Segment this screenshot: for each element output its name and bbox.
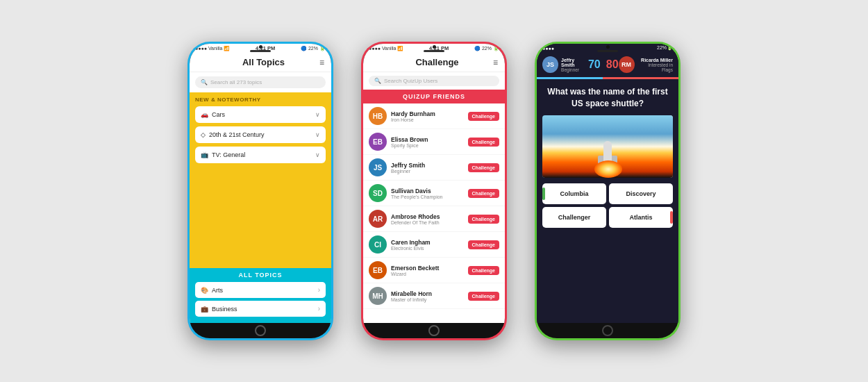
status-bar-3: ●●●● 22%🔋 <box>537 44 678 52</box>
century-icon: ◇ <box>201 131 206 138</box>
topic-row-cars[interactable]: 🚗 Cars ∨ <box>195 106 326 123</box>
home-button-1[interactable] <box>190 323 331 338</box>
answer-challenger[interactable]: Challenger <box>542 207 606 228</box>
friend-row[interactable]: EB Emerson Beckett Wizard Challenge <box>363 258 505 283</box>
answer-atlantis[interactable]: Atlantis <box>609 207 673 228</box>
search-bar-2[interactable]: 🔍 Search QuizUp Users <box>369 76 499 86</box>
topic-name-tv: TV: General <box>212 151 245 158</box>
menu-icon-1[interactable]: ≡ <box>319 58 324 67</box>
avatar: JS <box>369 158 387 176</box>
score-right: 80 <box>606 58 619 71</box>
answer-columbia[interactable]: Columbia <box>542 183 606 204</box>
challenge-button[interactable]: Challenge <box>468 112 499 121</box>
player-avatar-right: RM <box>619 56 635 73</box>
status-bar-1: ●●●● Vanilla 📶 4:21 PM 🔵 22% 🔋 <box>190 44 331 53</box>
friend-row[interactable]: JS Jeffry Smith Beginner Challenge <box>363 155 505 181</box>
tv-icon: 📺 <box>201 151 208 158</box>
phone1-header: All Topics ≡ <box>190 53 331 72</box>
avatar: SD <box>369 184 387 202</box>
chevron-down-icon-2: ∨ <box>315 131 320 138</box>
avatar: EB <box>369 261 387 279</box>
quiz-answers: Columbia Discovery Challenger Atlantis <box>537 183 678 233</box>
phone2-header: Challenge ≡ <box>363 53 505 72</box>
avatar: EB <box>369 133 387 151</box>
friend-row[interactable]: HB Hardy Burnham Iron Horse Challenge <box>363 103 505 129</box>
challenge-button[interactable]: Challenge <box>468 189 499 198</box>
topic-row-business[interactable]: 💼 Business › <box>195 301 326 317</box>
quizup-friends-label: QUIZUP FRIENDS <box>363 90 505 103</box>
topic-name-century: 20th & 21st Century <box>209 131 265 138</box>
friend-row[interactable]: CI Caren Ingham Electronic Elvis Challen… <box>363 232 505 258</box>
challenge-button[interactable]: Challenge <box>468 215 499 224</box>
new-noteworthy-label: NEW & NOTEWORTHY <box>195 97 326 103</box>
friend-row[interactable]: SD Sullivan Davis The People's Champion … <box>363 181 505 206</box>
phone-all-topics: ●●●● Vanilla 📶 4:21 PM 🔵 22% 🔋 All Topic… <box>187 42 333 340</box>
answer-discovery[interactable]: Discovery <box>609 183 673 204</box>
search-icon-2: 🔍 <box>374 78 381 84</box>
search-bar-1[interactable]: 🔍 Search all 273 topics <box>195 76 326 88</box>
challenge-button[interactable]: Challenge <box>468 292 499 301</box>
friends-list: HB Hardy Burnham Iron Horse Challenge EB… <box>363 103 505 323</box>
score-left: 70 <box>588 58 601 71</box>
phone-quiz: ●●●● 22%🔋 JS Jeffry Smith Beginner <box>535 42 681 340</box>
chevron-right-icon: › <box>318 286 320 294</box>
chevron-down-icon-3: ∨ <box>315 151 320 158</box>
arts-icon: 🎨 <box>201 287 208 294</box>
chevron-down-icon: ∨ <box>315 111 320 118</box>
chevron-right-icon-2: › <box>318 305 320 313</box>
business-icon: 💼 <box>201 306 208 313</box>
challenge-button[interactable]: Challenge <box>468 240 499 249</box>
phones-container: ●●●● Vanilla 📶 4:21 PM 🔵 22% 🔋 All Topic… <box>0 0 868 382</box>
challenge-button[interactable]: Challenge <box>468 266 499 275</box>
player-avatar-left: JS <box>542 56 558 73</box>
new-noteworthy-section: NEW & NOTEWORTHY 🚗 Cars ∨ ◇ 20th & 21st … <box>190 92 331 268</box>
all-topics-label: ALL TOPICS <box>195 272 326 279</box>
home-button-2[interactable] <box>363 323 505 338</box>
topic-row-century[interactable]: ◇ 20th & 21st Century ∨ <box>195 126 326 143</box>
avatar: CI <box>369 235 387 254</box>
topic-row-tv[interactable]: 📺 TV: General ∨ <box>195 147 326 163</box>
quiz-question: What was the name of the first US space … <box>537 79 678 115</box>
friend-row[interactable]: MH Mirabelle Horn Master of Infinity Cha… <box>363 283 505 309</box>
friend-row[interactable]: AR Ambrose Rhodes Defender Of The Faith … <box>363 206 505 232</box>
avatar: AR <box>369 210 387 228</box>
page-title-2: Challenge <box>381 57 493 67</box>
challenge-button[interactable]: Challenge <box>468 138 499 147</box>
cars-icon: 🚗 <box>201 111 208 118</box>
phone-challenge: ●●●● Vanilla 📶 4:21 PM 🔵 22% 🔋 Challenge… <box>361 42 507 340</box>
quiz-players: JS Jeffry Smith Beginner 70 80 Ricarda M… <box>537 52 678 77</box>
menu-icon-2[interactable]: ≡ <box>493 58 498 67</box>
topic-row-arts[interactable]: 🎨 Arts › <box>195 282 326 298</box>
avatar: MH <box>369 287 387 305</box>
quiz-image <box>542 115 673 178</box>
friend-row[interactable]: EB Elissa Brown Sporty Spice Challenge <box>363 129 505 155</box>
challenge-button[interactable]: Challenge <box>468 163 499 172</box>
page-title-1: All Topics <box>208 57 319 67</box>
all-topics-section: ALL TOPICS 🎨 Arts › 💼 Business <box>190 268 331 323</box>
topic-name-cars: Cars <box>212 111 225 118</box>
search-icon-1: 🔍 <box>201 79 208 85</box>
avatar: HB <box>369 107 387 125</box>
status-bar-2: ●●●● Vanilla 📶 4:21 PM 🔵 22% 🔋 <box>363 44 505 53</box>
home-button-3[interactable] <box>537 323 678 338</box>
